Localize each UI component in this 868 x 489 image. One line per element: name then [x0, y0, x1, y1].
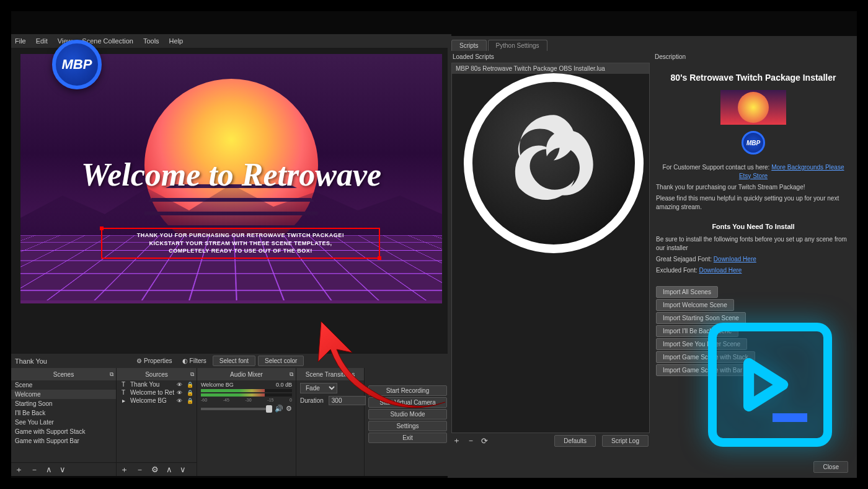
defaults-button[interactable]: Defaults: [554, 435, 596, 447]
thank-line-1: THANK YOU FOR PURCHASING OUR RETROWAVE T…: [107, 231, 374, 240]
audio-meter: [201, 389, 292, 392]
font2-download-link[interactable]: Download Here: [699, 267, 742, 274]
scene-item[interactable]: Scene: [11, 380, 116, 390]
scene-item[interactable]: Welcome: [11, 390, 116, 399]
script-icon-overlay: [708, 323, 832, 447]
welcome-text: Welcome to Retrowave: [20, 156, 442, 193]
exit-button[interactable]: Exit: [368, 433, 447, 443]
close-button[interactable]: Close: [813, 461, 848, 473]
scenes-dock: Scenes⧉ Scene Welcome Starting Soon I'll…: [11, 368, 117, 476]
source-item[interactable]: TThank You👁🔒: [117, 380, 197, 388]
thank-line: Thank you for purchasing our Twitch Stre…: [656, 183, 851, 192]
filters-button[interactable]: ◐ Filters: [179, 357, 210, 364]
sources-header: Sources⧉: [117, 368, 197, 380]
font1-download-link[interactable]: Download Here: [714, 256, 756, 262]
menu-file[interactable]: File: [15, 37, 26, 45]
tab-strip: Scripts Python Settings: [448, 36, 857, 51]
package-preview-image: [720, 90, 786, 125]
select-font-button[interactable]: Select font: [213, 356, 255, 366]
volume-slider[interactable]: [201, 408, 272, 410]
settings-button[interactable]: Settings: [368, 421, 447, 431]
properties-button[interactable]: ⚙ Properties: [133, 357, 176, 364]
preview-canvas: Welcome to Retrowave THANK YOU FOR PURCH…: [20, 54, 442, 303]
lock-icon[interactable]: 🔒: [187, 398, 194, 404]
source-settings-icon[interactable]: ⚙: [151, 465, 159, 474]
selected-source-label: Thank You: [15, 357, 133, 365]
fonts-note: Be sure to install the following fonts b…: [656, 235, 851, 253]
script-item[interactable]: MBP 80s Retrowave Twitch Package OBS Ins…: [452, 63, 649, 74]
scenes-footer: ＋ － ∧ ∨: [11, 462, 116, 476]
thank-line-3: COMPLETELY READY TO USE OUT OF THE BOX!: [107, 247, 374, 255]
text-source-icon: T: [119, 381, 128, 388]
add-script-button[interactable]: ＋: [453, 435, 461, 446]
scene-item[interactable]: I'll Be Back: [11, 408, 116, 418]
lock-icon[interactable]: 🔒: [187, 390, 194, 396]
media-source-icon: ▸: [119, 397, 128, 404]
add-scene-button[interactable]: ＋: [15, 464, 23, 475]
scene-item[interactable]: Game with Support Bar: [11, 436, 116, 446]
import-welcome-button[interactable]: Import Welcome Scene: [656, 299, 734, 311]
popout-icon[interactable]: ⧉: [290, 371, 293, 378]
red-arrow-overlay: [309, 315, 458, 415]
source-item[interactable]: TWelcome to Retrowave👁🔒: [117, 388, 197, 397]
scenes-header: Scenes⧉: [11, 368, 116, 380]
import-all-scenes-button[interactable]: Import All Scenes: [656, 286, 718, 298]
selected-text-source[interactable]: THANK YOU FOR PURCHASING OUR RETROWAVE T…: [101, 228, 380, 259]
mbp-logo-overlay: MBP: [52, 40, 102, 89]
source-item[interactable]: ▸Welcome BG👁🔒: [117, 397, 197, 405]
mute-icon[interactable]: 🔊: [275, 405, 283, 413]
tab-scripts[interactable]: Scripts: [451, 40, 487, 51]
popout-icon[interactable]: ⧉: [110, 371, 113, 378]
menu-help[interactable]: Help: [169, 37, 184, 45]
support-line: For Customer Support contact us here: Mo…: [656, 163, 851, 181]
audio-mixer-dock: Audio Mixer⧉ Welcome BG0.0 dB -60-45-30-…: [197, 368, 296, 476]
audio-meter: [201, 393, 292, 397]
reload-script-button[interactable]: ⟳: [481, 436, 488, 446]
menu-tools[interactable]: Tools: [143, 37, 159, 45]
move-up-icon[interactable]: ∧: [46, 465, 52, 474]
script-log-button[interactable]: Script Log: [602, 435, 649, 447]
sources-footer: ＋ － ⚙ ∧ ∨: [117, 462, 197, 476]
menu-edit[interactable]: Edit: [36, 37, 48, 45]
installer-title: 80's Retrowave Twitch Package Installer: [656, 73, 851, 83]
mixer-body: Welcome BG0.0 dB -60-45-30-150 🔊 ⚙: [197, 380, 296, 476]
visibility-icon[interactable]: 👁: [177, 382, 184, 388]
select-color-button[interactable]: Select color: [258, 356, 304, 366]
scenes-list[interactable]: Scene Welcome Starting Soon I'll Be Back…: [11, 380, 116, 462]
channel-settings-icon[interactable]: ⚙: [286, 405, 292, 413]
mixer-header: Audio Mixer⧉: [197, 368, 296, 380]
sources-dock: Sources⧉ TThank You👁🔒 TWelcome to Retrow…: [117, 368, 197, 476]
add-source-button[interactable]: ＋: [120, 464, 128, 475]
helpful-line: Please find this menu helpful in quickly…: [656, 194, 851, 212]
remove-script-button[interactable]: －: [467, 435, 475, 446]
visibility-icon[interactable]: 👁: [177, 390, 184, 396]
scene-item[interactable]: Starting Soon: [11, 399, 116, 408]
lock-icon[interactable]: 🔒: [187, 382, 194, 388]
meter-scale: -60-45-30-150: [201, 398, 292, 402]
popout-icon[interactable]: ⧉: [190, 371, 194, 378]
thank-line-2: KICKSTART YOUR STREAM WITH THESE SCENE T…: [107, 240, 374, 248]
obs-logo-overlay: [464, 73, 644, 253]
text-source-icon: T: [119, 389, 128, 396]
remove-scene-button[interactable]: －: [30, 464, 38, 475]
font2-line: Excluded Font: Download Here: [656, 266, 851, 275]
fonts-heading: Fonts You Need To Install: [656, 223, 851, 230]
scene-item[interactable]: Game with Support Stack: [11, 427, 116, 436]
mixer-channel: Welcome BG0.0 dB -60-45-30-150 🔊 ⚙: [197, 380, 296, 414]
remove-source-button[interactable]: －: [136, 464, 144, 475]
move-up-icon[interactable]: ∧: [166, 465, 172, 474]
font1-line: Great Sejagad Font: Download Here: [656, 255, 851, 264]
tab-python-settings[interactable]: Python Settings: [488, 40, 547, 51]
description-label: Description: [653, 51, 853, 63]
mbp-logo-small: MBP: [742, 131, 765, 155]
loaded-scripts-label: Loaded Scripts: [451, 51, 650, 63]
visibility-icon[interactable]: 👁: [177, 398, 184, 404]
preview-area[interactable]: Welcome to Retrowave THANK YOU FOR PURCH…: [11, 48, 451, 353]
scene-item[interactable]: See You Later: [11, 418, 116, 427]
move-down-icon[interactable]: ∨: [180, 465, 186, 474]
scripts-toolbar: ＋ － ⟳ Defaults Script Log: [451, 433, 650, 448]
sources-list[interactable]: TThank You👁🔒 TWelcome to Retrowave👁🔒 ▸We…: [117, 380, 197, 462]
move-down-icon[interactable]: ∨: [60, 465, 66, 474]
